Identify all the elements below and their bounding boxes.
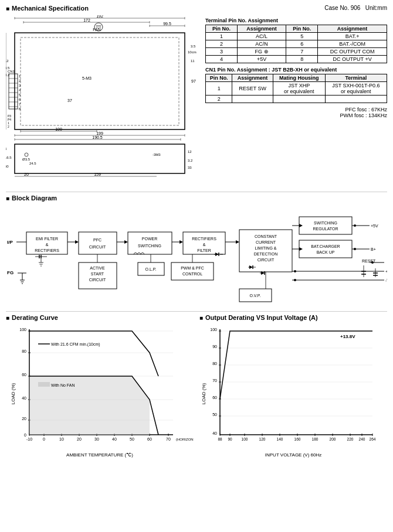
svg-text:(HORIZONTAL): (HORIZONTAL) [176,438,194,441]
svg-text:2: 2 [8,125,9,128]
svg-marker-106 [179,240,183,244]
table-row: 4+5V8DC OUTPUT +V [206,56,387,63]
table-row: 1RESET SWJST XHPor equivalentJST SXH-001… [206,82,387,96]
svg-rect-117 [171,262,214,280]
svg-text:159: 159 [94,172,101,176]
svg-text:POWER: POWER [142,237,157,241]
cn1-th-terminal: Terminal [325,74,387,82]
derating-chart-area: 100 80 60 40 20 0 [6,323,194,458]
svg-text:5-M3: 5-M3 [82,76,92,80]
svg-text:+13.8V: +13.8V [340,334,355,339]
svg-text:CIRCUIT: CIRCUIT [258,258,275,262]
svg-marker-173 [299,224,303,227]
mech-title-text: Mechanical Specification [12,5,89,12]
block-diagram-section: Block Diagram I/P FG EMI FILTER & RECTIF… [6,195,387,312]
svg-point-160 [294,279,296,281]
svg-text:FILTER: FILTER [197,248,211,253]
svg-text:240: 240 [359,437,365,441]
svg-text:0: 0 [43,437,45,441]
svg-text:-V: -V [385,278,387,282]
output-derating-title: Output Derating VS Input Voltage (A) [199,314,387,321]
svg-text:9.5: 9.5 [6,66,10,70]
derating-title: Derating Curve [6,314,194,321]
derating-title-text: Derating Curve [12,314,58,321]
svg-marker-133 [249,265,253,269]
th-assignment: Assignment [238,25,286,33]
svg-text:EMI FILTER: EMI FILTER [36,237,58,241]
svg-text:&: & [46,243,49,247]
svg-text:11: 11 [191,59,195,63]
block-title: Block Diagram [6,195,387,202]
svg-text:100: 100 [210,328,217,332]
output-derating-container: Output Derating VS Input Voltage (A) 100… [199,314,387,472]
svg-text:3.5: 3.5 [191,45,196,48]
svg-text:LOAD (%): LOAD (%) [11,383,16,404]
svg-text:LOAD (%): LOAD (%) [201,383,206,404]
svg-text:16.5: 16.5 [6,156,12,159]
svg-text:RECTIFIERS: RECTIFIERS [35,248,59,253]
block-title-text: Block Diagram [12,195,57,202]
th-pin-no: Pin No. [206,25,238,33]
svg-text:CONTROL: CONTROL [182,272,202,276]
svg-text:2: 2 [19,79,21,83]
svg-text:Ø3.5: Ø3.5 [22,158,31,161]
svg-text:140: 140 [277,437,283,441]
svg-text:6: 6 [6,147,7,151]
svg-rect-97 [79,232,117,254]
svg-text:3.2: 3.2 [188,159,193,162]
svg-text:264: 264 [370,437,376,441]
unit-label: Unit:mm [365,5,387,11]
cn1-title: CN1 Pin No. Assignment : JST B2B-XH or e… [205,67,387,73]
svg-text:ACTIVE: ACTIVE [90,266,105,270]
table-row: 2 [206,96,387,103]
svg-text:START: START [91,272,104,276]
svg-text:90: 90 [228,437,232,441]
th-assignment2: Assignment [318,25,387,33]
pwm-fosc: PWM fosc : 134KHz [205,112,387,118]
svg-text:RECTIFIERS: RECTIFIERS [192,237,216,241]
svg-text:12: 12 [6,59,9,63]
svg-text:40: 40 [22,396,26,400]
svg-text:O.V.P.: O.V.P. [249,294,260,298]
mech-drawing: FAN 1 2 3 4 5 6 7 8 5-M3 [6,15,199,185]
svg-text:100: 100 [242,437,248,441]
svg-text:0: 0 [24,433,26,437]
svg-marker-121 [215,253,219,256]
svg-marker-96 [75,240,79,244]
svg-text:I/P: I/P [7,240,13,245]
svg-rect-144 [299,240,352,258]
svg-text:80: 80 [22,349,26,353]
svg-text:6: 6 [19,98,21,101]
svg-rect-57 [15,144,185,173]
svg-text:CONSTANT: CONSTANT [255,234,277,238]
svg-marker-125 [236,240,239,244]
svg-text:RESET: RESET [362,259,376,263]
svg-point-157 [294,270,296,272]
pfc-info: PFC fosc : 67KHz PWM fosc : 134KHz [205,107,387,118]
svg-text:8: 8 [19,107,21,111]
svg-text:4: 4 [19,88,21,92]
svg-text:160: 160 [294,437,301,441]
table-row: 2AC/N6BAT.-/COM [206,40,387,48]
svg-text:50: 50 [212,412,217,417]
svg-text:CURRENT: CURRENT [256,240,276,244]
svg-text:20: 20 [77,437,82,441]
svg-text:40: 40 [212,431,217,435]
terminal-table: Pin No. Assignment Pin No. Assignment 1A… [205,25,387,63]
svg-text:FG: FG [7,270,13,275]
svg-text:B+: B+ [371,247,376,251]
svg-point-151 [354,248,356,250]
svg-text:+5V: +5V [371,224,378,228]
svg-text:3: 3 [19,84,21,87]
table-row: 1AC/L5BAT.+ [206,33,387,40]
svg-text:1: 1 [19,74,21,78]
svg-text:70: 70 [212,378,217,383]
svg-text:CIRCUIT: CIRCUIT [89,278,106,282]
svg-text:192: 192 [96,15,103,18]
svg-text:100: 100 [19,328,26,332]
svg-text:180: 180 [312,437,319,441]
output-derating-area: 100 90 80 70 60 50 40 [199,323,387,458]
terminal-section: Terminal Pin No. Assignment Pin No. Assi… [205,18,387,118]
svg-text:100: 100 [55,127,62,131]
svg-text:200: 200 [330,437,336,441]
